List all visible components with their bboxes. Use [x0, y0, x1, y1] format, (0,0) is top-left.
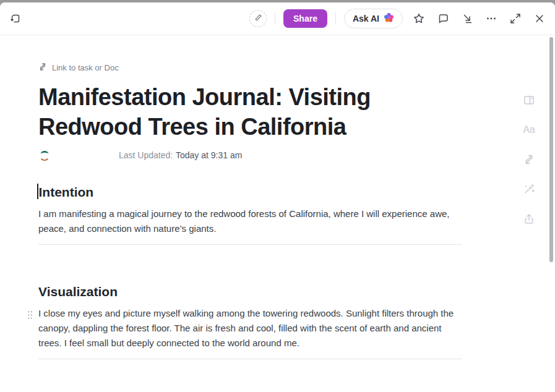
doc-tools-rail: Aa	[522, 93, 536, 226]
page-title[interactable]: Manifestation Journal: Visiting Redwood …	[38, 82, 410, 142]
doc-meta-row: Last Updated: Today at 9:31 am	[38, 149, 462, 161]
paragraph-intention[interactable]: I am manifesting a magical journey to th…	[38, 207, 462, 236]
section-heading-visualization[interactable]: Visualization	[38, 283, 462, 300]
divider	[335, 12, 336, 25]
text-caret	[37, 184, 38, 199]
expand-icon[interactable]	[507, 11, 523, 27]
ai-wand-icon[interactable]	[522, 182, 536, 196]
link-to-task-button[interactable]: Link to task or Doc	[38, 62, 119, 73]
last-updated-label: Last Updated:	[119, 150, 173, 160]
share-button[interactable]: Share	[283, 9, 327, 28]
doc-restore-icon[interactable]	[7, 11, 24, 27]
divider	[275, 12, 275, 25]
relationships-icon	[38, 62, 47, 73]
pencil-icon	[254, 14, 262, 23]
doc-page: Link to task or Doc Manifestation Journa…	[38, 35, 462, 359]
typography-icon[interactable]: Aa	[522, 123, 536, 137]
horizontal-rule	[38, 359, 462, 359]
reader-view-icon[interactable]	[522, 93, 536, 107]
edit-mode-button[interactable]	[249, 10, 267, 27]
doc-modal: Share Ask AI	[0, 2, 555, 392]
more-ellipsis-icon[interactable]	[483, 11, 499, 27]
ai-flower-icon	[384, 12, 394, 25]
export-share-icon[interactable]	[522, 212, 536, 226]
heading-text: Intention	[39, 185, 94, 199]
heading-text: Visualization	[38, 284, 118, 299]
favorite-star-icon[interactable]	[411, 11, 427, 27]
link-to-task-label: Link to task or Doc	[52, 63, 119, 72]
ask-ai-button[interactable]: Ask AI	[344, 9, 403, 28]
horizontal-rule	[38, 244, 462, 245]
paragraph-text: I close my eyes and picture myself walki…	[38, 308, 454, 348]
ask-ai-label: Ask AI	[353, 14, 379, 23]
comment-icon[interactable]	[435, 11, 451, 27]
save-import-icon[interactable]	[459, 11, 475, 27]
toolbar: Share Ask AI	[0, 2, 555, 35]
relationships-icon[interactable]	[522, 153, 536, 166]
section-heading-intention[interactable]: Intention	[38, 184, 462, 201]
drag-handle-icon[interactable]	[27, 309, 33, 324]
paragraph-visualization[interactable]: I close my eyes and picture myself walki…	[38, 306, 462, 351]
close-icon[interactable]	[531, 11, 548, 27]
owner-avatar[interactable]	[38, 149, 51, 161]
vertical-scrollbar[interactable]	[549, 37, 553, 262]
last-updated-value[interactable]: Today at 9:31 am	[176, 150, 242, 160]
